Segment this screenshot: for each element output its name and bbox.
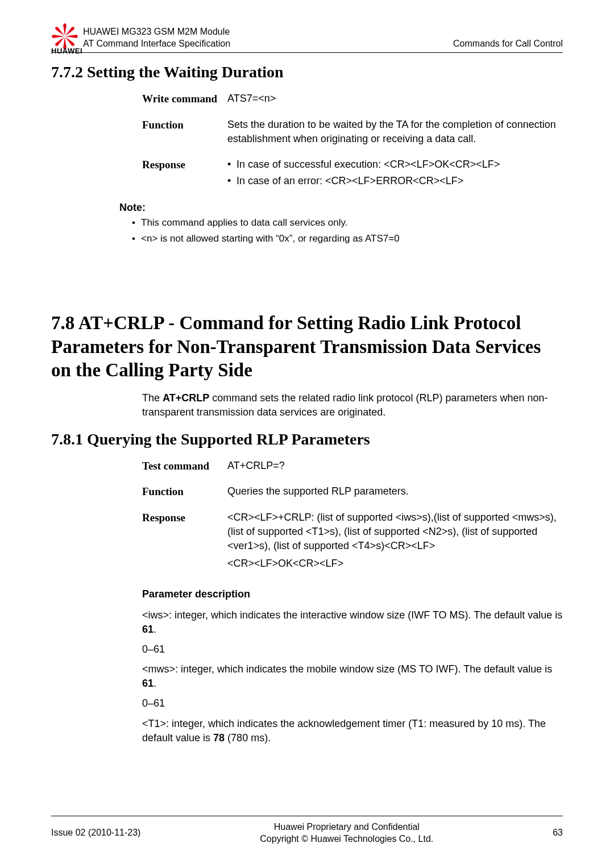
label-test-command: Test command (142, 459, 227, 474)
response-line-1: <CR><LF>+CRLP: (list of supported <iws>s… (227, 510, 563, 554)
heading-781: 7.8.1 Querying the Supported RLP Paramet… (51, 430, 563, 448)
param-iws-c: . (154, 624, 156, 635)
footer-page-number: 63 (553, 828, 563, 838)
brand-block: HUAWEI MG323 GSM M2M Module AT Command I… (51, 23, 230, 50)
def-table-772: Write command ATS7=<n> Function Sets the… (142, 92, 563, 190)
param-t1-a: <T1>: integer, which indicates the ackno… (142, 718, 546, 744)
param-mws-c: . (154, 678, 156, 689)
note-block-772: Note: •This command applies to data call… (119, 202, 563, 244)
param-iws-range: 0–61 (142, 642, 563, 657)
brand-text: HUAWEI (51, 47, 82, 55)
param-mws-a: <mws>: integer, which indicates the mobi… (142, 663, 552, 675)
intro-78: The AT+CRLP command sets the related rad… (142, 391, 563, 420)
param-iws: <iws>: integer, which indicates the inte… (142, 608, 563, 637)
value-write-command: ATS7=<n> (227, 92, 563, 106)
heading-772: 7.7.2 Setting the Waiting Duration (51, 63, 563, 81)
footer-center: Huawei Proprietary and Confidential Copy… (140, 821, 553, 845)
param-t1-c: (780 ms). (225, 732, 271, 744)
label-write-command: Write command (142, 92, 227, 106)
intro-pre: The (142, 392, 163, 404)
label-response-781: Response (142, 510, 227, 525)
param-t1: <T1>: integer, which indicates the ackno… (142, 717, 563, 745)
header-line1: HUAWEI MG323 GSM M2M Module (83, 27, 230, 36)
value-test-command: AT+CRLP=? (227, 459, 563, 473)
param-mws-range: 0–61 (142, 696, 563, 711)
intro-cmd: AT+CRLP (163, 392, 209, 404)
value-response-781: <CR><LF>+CRLP: (list of supported <iws>s… (227, 510, 563, 571)
def-table-781: Test command AT+CRLP=? Function Queries … (142, 459, 563, 571)
value-function: Sets the duration to be waited by the TA… (227, 118, 563, 146)
param-iws-a: <iws>: integer, which indicates the inte… (142, 609, 562, 621)
response-bullet-1: In case of successful execution: <CR><LF… (237, 157, 500, 172)
page-footer: Issue 02 (2010-11-23) Huawei Proprietary… (51, 816, 563, 845)
param-t1-b: 78 (213, 732, 225, 744)
param-iws-b: 61 (142, 624, 154, 635)
note-title: Note: (119, 202, 563, 214)
note-bullet-1: This command applies to data call servic… (141, 217, 347, 229)
header-right: Commands for Call Control (453, 39, 563, 49)
label-function-781: Function (142, 484, 227, 499)
header-line2: AT Command Interface Specification (83, 39, 230, 48)
huawei-logo-icon (51, 23, 78, 50)
page-header: HUAWEI MG323 GSM M2M Module AT Command I… (51, 23, 563, 53)
label-function: Function (142, 118, 227, 132)
param-mws: <mws>: integer, which indicates the mobi… (142, 662, 563, 691)
value-function-781: Queries the supported RLP parameters. (227, 484, 563, 499)
param-desc-heading: Parameter description (142, 588, 563, 600)
heading-78: 7.8 AT+CRLP - Command for Setting Radio … (51, 312, 563, 382)
footer-center-2: Copyright © Huawei Technologies Co., Ltd… (260, 834, 433, 844)
param-mws-b: 61 (142, 678, 154, 689)
response-line-2: <CR><LF>OK<CR><LF> (227, 556, 563, 571)
note-bullet-2: <n> is not allowed starting with “0x”, o… (141, 233, 400, 244)
footer-center-1: Huawei Proprietary and Confidential (274, 822, 420, 832)
response-bullet-2: In case of an error: <CR><LF>ERROR<CR><L… (237, 174, 463, 188)
label-response: Response (142, 157, 227, 172)
value-response: •In case of successful execution: <CR><L… (227, 157, 563, 190)
footer-issue: Issue 02 (2010-11-23) (51, 828, 140, 838)
